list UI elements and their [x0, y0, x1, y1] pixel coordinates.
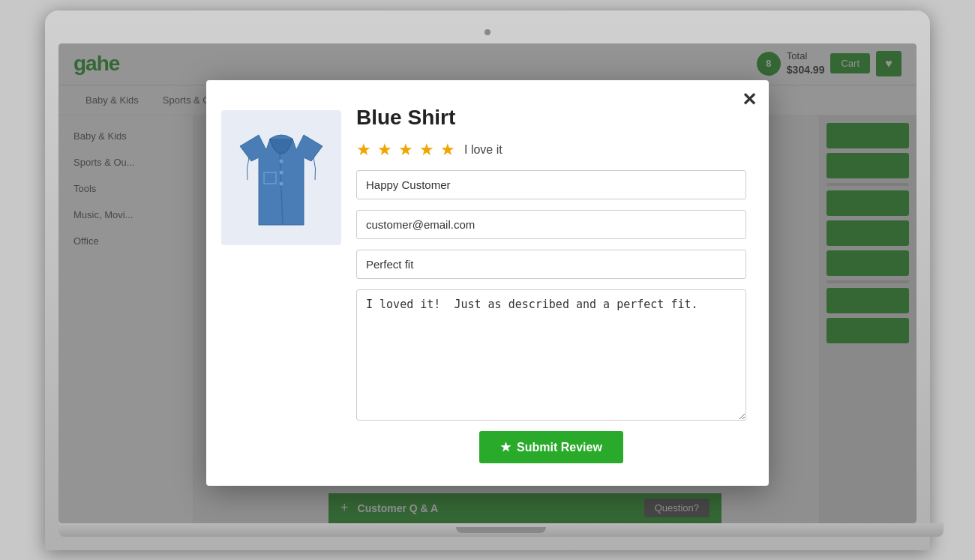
- modal-image-column: [206, 103, 356, 463]
- reviewer-name-input[interactable]: [356, 170, 746, 199]
- reviewer-email-input[interactable]: [356, 210, 746, 239]
- star-4[interactable]: ★: [419, 140, 434, 160]
- stars-row: ★ ★ ★ ★ ★ I love it: [356, 140, 746, 160]
- product-image: [221, 110, 341, 245]
- website-background: gahe 8 Total $304.99 Cart ♥ Baby & Kids …: [58, 43, 916, 523]
- modal-product-title: Blue Shirt: [356, 106, 746, 130]
- shirt-illustration: [232, 116, 330, 240]
- submit-label: Submit Review: [517, 441, 602, 454]
- laptop-notch: [456, 527, 546, 533]
- modal-overlay: ✕ Blue Shirt ★ ★ ★ ★ ★ I love it: [58, 43, 916, 523]
- laptop-bottom-bar: [58, 523, 944, 537]
- rating-label: I love it: [464, 143, 502, 157]
- laptop-shell: gahe 8 Total $304.99 Cart ♥ Baby & Kids …: [45, 10, 930, 550]
- star-2[interactable]: ★: [377, 140, 392, 160]
- modal-content-column: ✕ Blue Shirt ★ ★ ★ ★ ★ I love it: [356, 103, 746, 463]
- review-body-textarea[interactable]: I loved it! Just as described and a perf…: [356, 289, 746, 421]
- svg-point-0: [280, 159, 284, 163]
- star-1[interactable]: ★: [356, 140, 371, 160]
- camera-bar: [58, 24, 916, 40]
- camera-dot: [484, 29, 490, 35]
- star-3[interactable]: ★: [398, 140, 413, 160]
- submit-star-icon: ★: [500, 440, 511, 454]
- laptop-screen: gahe 8 Total $304.99 Cart ♥ Baby & Kids …: [58, 43, 916, 523]
- svg-point-1: [280, 170, 284, 174]
- star-5[interactable]: ★: [440, 140, 455, 160]
- review-summary-input[interactable]: [356, 250, 746, 279]
- modal-close-button[interactable]: ✕: [742, 91, 757, 109]
- submit-review-button[interactable]: ★ Submit Review: [479, 431, 623, 463]
- svg-point-2: [280, 181, 284, 185]
- review-modal: ✕ Blue Shirt ★ ★ ★ ★ ★ I love it: [206, 80, 769, 486]
